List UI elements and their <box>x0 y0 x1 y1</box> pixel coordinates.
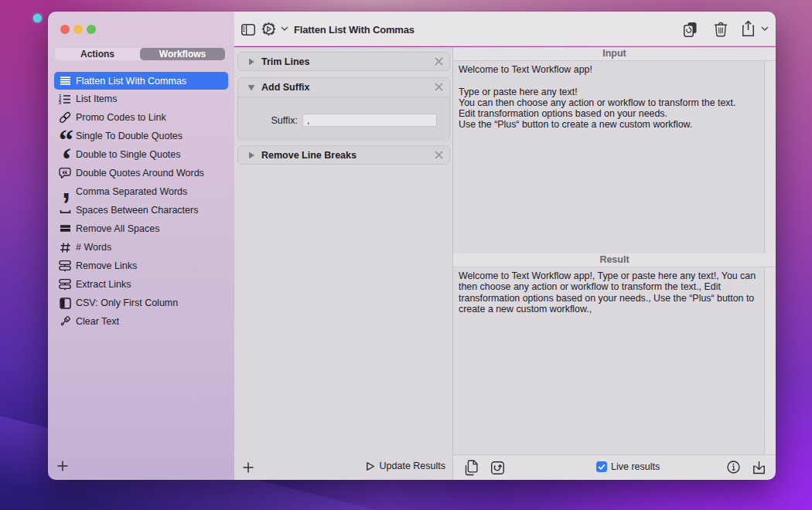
svg-text:3: 3 <box>59 100 61 105</box>
